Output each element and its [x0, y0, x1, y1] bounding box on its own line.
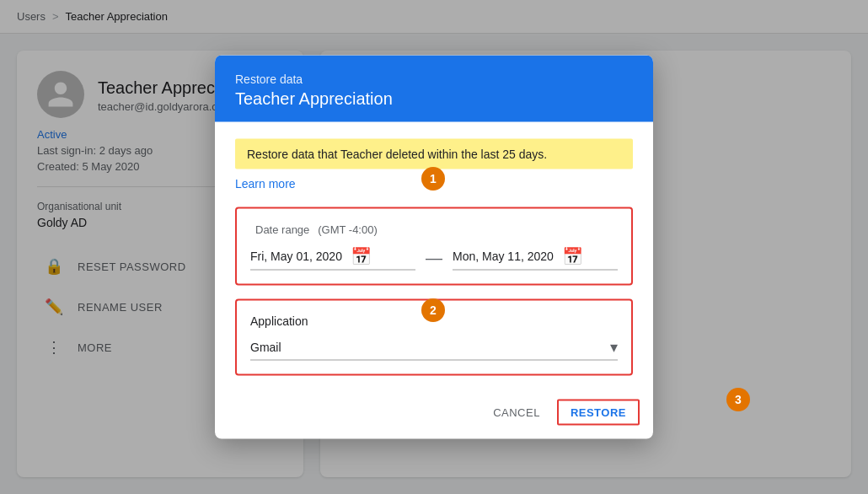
dropdown-arrow-icon: ▾	[610, 338, 618, 357]
timezone-label: (GMT -4:00)	[318, 223, 378, 236]
restore-button[interactable]: RESTORE	[557, 400, 640, 426]
date-range-label: Date range (GMT -4:00)	[250, 223, 618, 236]
application-select[interactable]: Gmail ▾	[250, 338, 618, 361]
calendar-from-icon[interactable]: 📅	[351, 246, 372, 266]
date-to-value: Mon, May 11, 2020	[453, 250, 554, 263]
modal-footer: CANCEL RESTORE	[215, 393, 653, 439]
application-value: Gmail	[250, 341, 281, 354]
step-badge-2: 2	[421, 298, 445, 322]
step-badge-3: 3	[726, 388, 750, 411]
date-from-value: Fri, May 01, 2020	[250, 250, 342, 263]
restore-data-modal: Restore data Teacher Appreciation Restor…	[215, 56, 653, 439]
date-range-section: Date range (GMT -4:00) Fri, May 01, 2020…	[235, 207, 633, 286]
date-from-group[interactable]: Fri, May 01, 2020 📅	[250, 246, 415, 271]
modal-subtitle: Restore data	[235, 72, 633, 86]
learn-more-link[interactable]: Learn more	[235, 177, 296, 191]
date-range-label-text: Date range	[255, 223, 309, 236]
modal-title: Teacher Appreciation	[235, 89, 633, 109]
calendar-to-icon[interactable]: 📅	[562, 246, 583, 266]
date-inputs: Fri, May 01, 2020 📅 — Mon, May 11, 2020 …	[250, 246, 618, 271]
date-to-group[interactable]: Mon, May 11, 2020 📅	[453, 246, 618, 271]
modal-body: Restore data that Teacher deleted within…	[215, 122, 653, 393]
info-banner: Restore data that Teacher deleted within…	[235, 139, 633, 169]
modal-header: Restore data Teacher Appreciation	[215, 56, 653, 122]
date-range-separator: —	[426, 249, 442, 268]
cancel-button[interactable]: CANCEL	[483, 400, 550, 426]
step-badge-1: 1	[421, 167, 445, 191]
